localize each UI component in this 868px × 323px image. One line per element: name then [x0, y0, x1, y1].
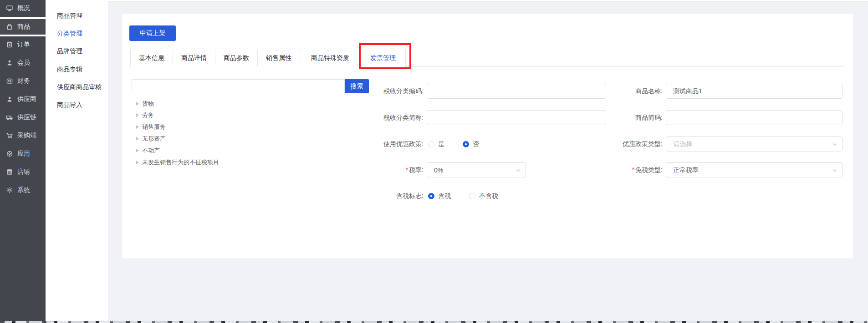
tree-item-labor[interactable]: 劳务	[132, 109, 154, 121]
policy-type-select[interactable]: 请选择	[666, 136, 842, 151]
sidebar-item-procurement[interactable]: 采购端	[0, 126, 46, 145]
apply-listing-button[interactable]: 申请上架	[129, 25, 176, 41]
goods-name-label: 商品名称:	[567, 84, 663, 99]
goods-code-input[interactable]	[666, 110, 842, 125]
shop-icon	[6, 168, 13, 176]
tax-flag-label: 含税标志:	[328, 188, 424, 203]
sidebar-item-label: 采购端	[17, 131, 36, 140]
tree-item-label: 货物	[142, 100, 154, 108]
radio-yes-label[interactable]: 是	[438, 140, 444, 148]
sidebar-item-goods[interactable]: 商品	[0, 19, 46, 35]
caret-right-icon	[136, 102, 139, 106]
tree-item-label: 销售服务	[142, 123, 166, 131]
sidebar-item-system[interactable]: 系统	[0, 181, 46, 199]
tab-goods-params[interactable]: 商品参数	[215, 49, 258, 66]
tab-sale-attrs[interactable]: 销售属性	[258, 49, 300, 66]
sidebar-item-orders[interactable]: 订单	[0, 35, 46, 54]
radio-no[interactable]	[463, 141, 469, 147]
chevron-down-icon	[832, 167, 837, 173]
submenu-item-goods-import[interactable]: 商品导入	[46, 99, 108, 111]
sidebar-item-label: 店铺	[17, 168, 30, 176]
chevron-down-icon	[832, 141, 837, 147]
tax-code-label: 税收分类编码:	[328, 84, 424, 99]
free-tax-type-label: *免税类型:	[567, 162, 663, 177]
submenu-item-supplier-audit[interactable]: 供应商商品审核	[46, 81, 108, 93]
sidebar-item-apps[interactable]: 应用	[0, 145, 46, 163]
cart-icon	[6, 132, 13, 139]
tax-flag-radio-group: 含税 不含税	[428, 188, 516, 203]
sidebar-item-label: 订单	[17, 40, 30, 49]
tax-rate-select[interactable]: 0%	[427, 162, 526, 177]
truck-icon	[6, 114, 13, 121]
sidebar-item-shop[interactable]: 店铺	[0, 163, 46, 181]
radio-no-label[interactable]: 否	[473, 140, 479, 148]
sidebar-item-label: 商品	[17, 23, 30, 31]
caret-right-icon	[136, 125, 139, 129]
sidebar-item-finance[interactable]: 财务	[0, 72, 46, 90]
sidebar-item-label: 财务	[17, 77, 30, 85]
goods-code-label: 商品简码:	[567, 110, 663, 125]
caret-right-icon	[136, 149, 139, 152]
free-tax-type-select[interactable]: 正常税率	[666, 162, 842, 177]
policy-type-placeholder: 请选择	[673, 140, 692, 148]
chevron-down-icon	[516, 167, 521, 173]
tree-item-goods[interactable]: 货物	[132, 98, 154, 110]
taskbar-edge-sliver	[0, 321, 868, 323]
tab-basic-info[interactable]: 基本信息	[131, 49, 173, 66]
tree-item-label: 未发生销售行为的不征税项目	[142, 158, 219, 167]
submenu-item-brand-mgmt[interactable]: 品牌管理	[46, 45, 108, 57]
supplier-icon	[6, 96, 13, 103]
sidebar-item-label: 系统	[17, 186, 30, 194]
tab-special-quals[interactable]: 商品特殊资质	[300, 49, 361, 66]
caret-right-icon	[136, 113, 139, 117]
bag-icon	[6, 23, 13, 30]
tax-rate-label: *税率:	[328, 162, 424, 177]
radio-yes[interactable]	[428, 141, 434, 147]
tab-invoice-mgmt[interactable]: 发票管理	[361, 49, 405, 67]
sidebar-item-supplier[interactable]: 供应商	[0, 90, 46, 108]
tab-bar: 基本信息 商品详情 商品参数 销售属性 商品特殊资质 发票管理	[130, 49, 406, 67]
content-card: 申请上架 基本信息 商品详情 商品参数 销售属性 商品特殊资质 发票管理 搜索 …	[122, 14, 853, 258]
submenu-item-album[interactable]: 商品专辑	[46, 63, 108, 75]
apps-icon	[6, 150, 13, 157]
sidebar-item-overview[interactable]: 概况	[0, 0, 46, 17]
sidebar-item-label: 供应商	[17, 95, 36, 103]
caret-right-icon	[136, 161, 139, 164]
secondary-sidebar: 商品管理 分类管理 品牌管理 商品专辑 供应商商品审核 商品导入	[46, 0, 108, 321]
radio-tax-excluded[interactable]	[469, 193, 475, 199]
sidebar-item-label: 供应链	[17, 113, 36, 121]
tab-goods-detail[interactable]: 商品详情	[173, 49, 215, 66]
radio-tax-included[interactable]	[428, 193, 434, 199]
tax-search-input[interactable]	[132, 79, 345, 93]
top-header-sliver	[46, 0, 868, 2]
sidebar-item-label: 概况	[17, 4, 30, 12]
page-root: 概况 商品 订单 会员 财务 供应商 供应链 采购端	[0, 0, 868, 323]
tree-item-label: 不动产	[142, 146, 160, 155]
tree-item-label: 无形资产	[142, 135, 166, 143]
goods-name-input[interactable]	[666, 84, 842, 99]
radio-tax-included-label[interactable]: 含税	[438, 192, 451, 200]
tree-item-intangible[interactable]: 无形资产	[132, 133, 166, 145]
primary-sidebar: 概况 商品 订单 会员 财务 供应商 供应链 采购端	[0, 0, 46, 321]
caret-right-icon	[136, 137, 139, 141]
clipboard-icon	[6, 41, 13, 48]
tree-item-sale-service[interactable]: 销售服务	[132, 121, 166, 133]
use-policy-label: 使用优惠政策:	[328, 136, 424, 151]
sidebar-item-supply-chain[interactable]: 供应链	[0, 108, 46, 126]
tax-rate-value: 0%	[434, 167, 443, 174]
tree-item-real-estate[interactable]: 不动产	[132, 145, 160, 156]
submenu-item-goods-mgmt[interactable]: 商品管理	[46, 10, 108, 21]
free-tax-type-value: 正常税率	[673, 166, 699, 174]
tree-item-non-taxable[interactable]: 未发生销售行为的不征税项目	[132, 156, 219, 168]
tax-short-label: 税收分类简称:	[328, 110, 424, 125]
sidebar-item-label: 会员	[17, 59, 30, 67]
sidebar-item-members[interactable]: 会员	[0, 54, 46, 72]
radio-tax-excluded-label[interactable]: 不含税	[479, 192, 498, 200]
finance-icon	[6, 77, 13, 85]
gear-icon	[6, 187, 13, 194]
member-icon	[6, 59, 13, 66]
sidebar-item-label: 应用	[17, 150, 30, 158]
submenu-item-category-mgmt[interactable]: 分类管理	[46, 27, 108, 39]
policy-type-label: 优惠政策类型:	[567, 136, 663, 151]
monitor-icon	[6, 5, 13, 12]
